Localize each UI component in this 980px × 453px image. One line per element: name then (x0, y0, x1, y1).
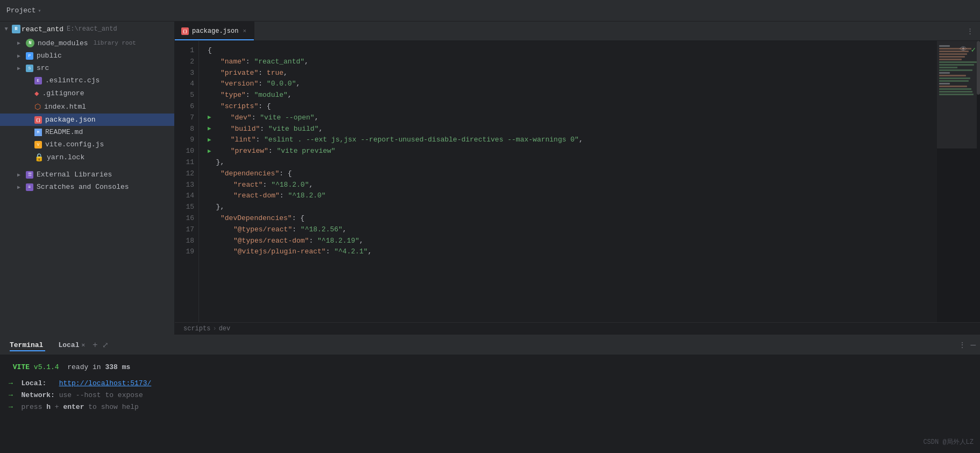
terminal-tab-wrapper-terminal: Terminal (4, 339, 51, 351)
help-text: press (21, 403, 46, 411)
project-root-arrow: ▶ (2, 25, 11, 33)
vite-label: VITE (13, 363, 30, 371)
sidebar-item-vite-config[interactable]: ▶ V vite.config.js (0, 138, 174, 151)
code-line-6: "scripts": { (208, 101, 937, 112)
package-json-icon: {} (34, 116, 42, 124)
public-label: public (37, 52, 62, 60)
package-json-label: package.json (45, 116, 96, 124)
code-line-14: "react-dom": "^18.2.0" (208, 190, 937, 202)
terminal-tab-label: Terminal (10, 341, 43, 349)
code-line-13: "react": "^18.2.0", (208, 180, 937, 191)
node-modules-icon: N (26, 39, 34, 47)
editor-area: {} package.json × ⋮ 1 2 3 4 5 6 7 8 9 10… (175, 22, 980, 335)
minimap-lines (937, 41, 980, 101)
ext-lib-label: External Libraries (37, 171, 112, 179)
vite-config-label: vite.config.js (45, 140, 104, 148)
ext-lib-icon: ☰ (26, 171, 33, 179)
help-arrow: → (9, 403, 13, 411)
index-html-label: index.html (44, 103, 86, 111)
run-btn-9[interactable]: ▶ (208, 136, 211, 145)
terminal-controls: ⋮ — (958, 341, 976, 350)
tab-bar: {} package.json × ⋮ (175, 22, 980, 41)
terminal-tab-terminal[interactable]: Terminal (4, 339, 51, 351)
add-terminal-button[interactable]: + (93, 341, 98, 350)
sidebar-item-scratches[interactable]: ▶ ≡ Scratches and Consoles (0, 181, 174, 193)
run-btn-10[interactable]: ▶ (208, 147, 211, 157)
project-chevron: ▾ (38, 8, 41, 14)
sidebar-item-external-libraries[interactable]: ▶ ☰ External Libraries (0, 168, 174, 181)
terminal-help-line: → press h + enter to show help (9, 401, 971, 413)
terminal-more-button[interactable]: ⋮ (958, 341, 966, 350)
code-line-7: ▶ "dev": "vite --open", (208, 112, 937, 124)
gitignore-label: .gitignore (42, 89, 84, 97)
project-title[interactable]: Project ▾ (0, 0, 48, 21)
code-line-11: }, (208, 157, 937, 168)
help-text3: to show help (84, 403, 138, 411)
network-arrow: → (9, 391, 13, 399)
vite-ms: 338 ms (105, 363, 131, 371)
sidebar-item-gitignore[interactable]: ▶ ◆ .gitignore (0, 87, 174, 100)
sidebar-item-readme[interactable]: ▶ M README.md (0, 126, 174, 138)
local-tab-close[interactable]: × (81, 342, 85, 349)
code-line-9: ▶ "lint": "eslint . --ext js,jsx --repor… (208, 135, 937, 146)
public-arrow: ▶ (15, 52, 23, 60)
sidebar-item-package-json[interactable]: ▶ {} package.json (0, 114, 174, 126)
tab-close-button[interactable]: × (242, 27, 247, 36)
breadcrumb: scripts › dev (175, 322, 980, 335)
code-line-3: "private": true, (208, 68, 937, 79)
gitignore-icon: ◆ (34, 89, 39, 98)
readme-icon: M (34, 129, 42, 136)
terminal-spacer (9, 373, 971, 378)
sidebar-item-index-html[interactable]: ▶ ⬡ index.html (0, 100, 174, 114)
local-url[interactable]: http://localhost:5173/ (59, 379, 152, 387)
sidebar-item-src[interactable]: ▶ S src (0, 62, 174, 74)
terminal-local-line: → Local: http://localhost:5173/ (9, 378, 971, 390)
main-area: ▶ R react_antd E:\react_antd ▶ N node_mo… (0, 22, 980, 335)
terminal-active-indicator (10, 350, 45, 351)
tab-more-button[interactable]: ⋮ (960, 22, 980, 40)
eslintrc-label: .eslintrc.cjs (45, 76, 100, 84)
node-modules-label: node_modules (38, 39, 88, 47)
breadcrumb-dev: dev (219, 325, 231, 332)
sidebar-item-node-modules[interactable]: ▶ N node_modules library root (0, 37, 174, 49)
minimap-scrollbar[interactable] (977, 41, 980, 322)
code-line-10: ▶ "preview": "vite preview" (208, 146, 937, 157)
code-line-8: ▶ "build": "vite build", (208, 124, 937, 135)
sidebar: ▶ R react_antd E:\react_antd ▶ N node_mo… (0, 22, 175, 335)
terminal-network-line: → Network: use --host to expose (9, 390, 971, 401)
project-root-row[interactable]: ▶ R react_antd E:\react_antd (0, 22, 174, 37)
sidebar-item-yarn-lock[interactable]: ▶ 🔒 yarn.lock (0, 151, 174, 164)
expand-terminal-button[interactable]: ⤢ (102, 341, 109, 350)
code-line-2: "name": "react_antd", (208, 56, 937, 68)
node-modules-arrow: ▶ (15, 39, 23, 47)
yarn-lock-icon: 🔒 (34, 153, 44, 162)
minimap-scrollbar-thumb[interactable] (977, 41, 980, 95)
top-bar: Project ▾ (0, 0, 980, 22)
code-line-5: "type": "module", (208, 90, 937, 101)
terminal-tab-local[interactable]: Local × (53, 339, 90, 351)
editor-content: 1 2 3 4 5 6 7 8 9 10 11 12 13 14 15 16 1… (175, 41, 980, 322)
tab-label: package.json (192, 27, 238, 35)
code-line-19: "@vitejs/plugin-react": "^4.2.1", (208, 246, 937, 258)
watermark: CSDN @局外人LZ (923, 437, 974, 447)
run-btn-7[interactable]: ▶ (208, 113, 211, 123)
code-editor[interactable]: { "name": "react_antd", "private": true,… (199, 41, 937, 322)
src-arrow: ▶ (15, 65, 23, 72)
src-label: src (37, 64, 49, 72)
sidebar-item-public[interactable]: ▶ P public (0, 49, 174, 62)
help-key: h (46, 403, 51, 411)
terminal-body[interactable]: VITE v5.1.4 ready in 338 ms → Local: htt… (0, 355, 980, 453)
index-html-icon: ⬡ (34, 102, 41, 111)
terminal-minimize-button[interactable]: — (970, 341, 976, 350)
project-label: Project (6, 6, 36, 15)
run-btn-8[interactable]: ▶ (208, 124, 211, 134)
line-numbers: 1 2 3 4 5 6 7 8 9 10 11 12 13 14 15 16 1… (175, 41, 199, 322)
tab-package-json[interactable]: {} package.json × (175, 22, 254, 40)
sidebar-item-eslintrc[interactable]: ▶ E .eslintrc.cjs (0, 74, 174, 87)
minimap: 👁 ✓ (937, 41, 980, 322)
vite-ready-text: ready in (67, 363, 101, 371)
ext-lib-arrow: ▶ (15, 171, 23, 179)
breadcrumb-sep: › (212, 325, 216, 332)
local-tab-label: Local (58, 341, 79, 349)
terminal-vite-line: VITE v5.1.4 ready in 338 ms (9, 362, 971, 373)
